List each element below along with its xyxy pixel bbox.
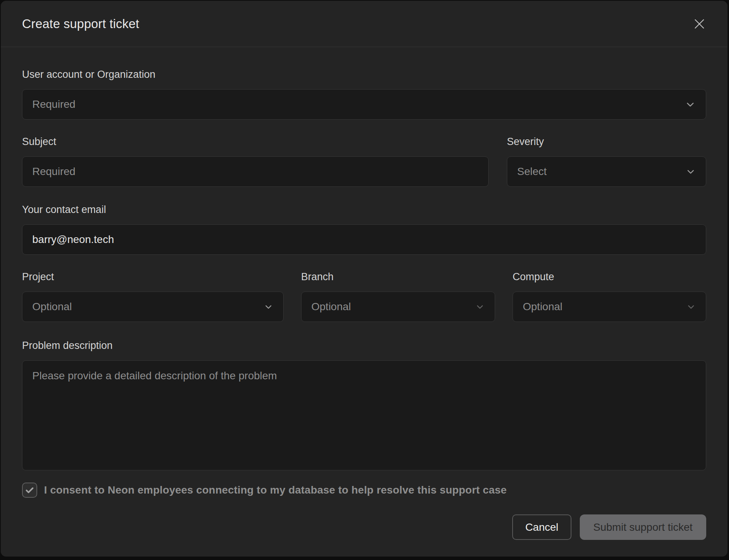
description-field-group: Problem description	[22, 339, 706, 470]
compute-select[interactable]: Optional	[513, 292, 706, 322]
dialog-title: Create support ticket	[22, 17, 139, 31]
subject-input[interactable]	[22, 156, 489, 187]
severity-select[interactable]: Select	[507, 156, 706, 187]
description-label: Problem description	[22, 339, 706, 352]
account-field-group: User account or Organization Required	[22, 68, 706, 120]
consent-row: I consent to Neon employees connecting t…	[22, 483, 706, 498]
compute-label: Compute	[513, 271, 706, 283]
subject-field-group: Subject	[22, 136, 489, 187]
subject-label: Subject	[22, 136, 489, 148]
consent-checkbox[interactable]	[22, 483, 37, 498]
project-label: Project	[22, 271, 284, 283]
create-support-ticket-dialog: Create support ticket User account or Or…	[1, 1, 727, 557]
chevron-down-icon	[685, 166, 696, 177]
close-icon	[692, 17, 707, 31]
branch-field-group: Branch Optional	[301, 271, 495, 322]
dialog-header: Create support ticket	[1, 1, 727, 47]
subject-severity-row: Subject Severity Select	[22, 136, 706, 187]
account-select-placeholder: Required	[32, 98, 76, 110]
project-branch-compute-row: Project Optional Branch Optional	[22, 271, 706, 322]
consent-label: I consent to Neon employees connecting t…	[44, 484, 507, 496]
project-select[interactable]: Optional	[22, 292, 284, 322]
dialog-footer: Cancel Submit support ticket	[22, 514, 706, 557]
severity-field-group: Severity Select	[507, 136, 706, 187]
chevron-down-icon	[686, 302, 696, 312]
compute-select-placeholder: Optional	[523, 301, 562, 313]
cancel-button[interactable]: Cancel	[512, 514, 571, 540]
project-field-group: Project Optional	[22, 271, 284, 322]
submit-support-ticket-button[interactable]: Submit support ticket	[580, 514, 706, 540]
email-input[interactable]	[22, 224, 706, 255]
project-select-placeholder: Optional	[32, 301, 72, 313]
chevron-down-icon	[475, 302, 485, 312]
branch-label: Branch	[301, 271, 495, 283]
dialog-body: User account or Organization Required Su…	[1, 47, 727, 557]
checkmark-icon	[24, 485, 35, 495]
account-select[interactable]: Required	[22, 89, 706, 120]
chevron-down-icon	[685, 99, 696, 110]
severity-select-placeholder: Select	[517, 166, 547, 178]
branch-select-placeholder: Optional	[311, 301, 351, 313]
account-label: User account or Organization	[22, 68, 706, 80]
severity-label: Severity	[507, 136, 706, 148]
close-button[interactable]	[691, 16, 708, 32]
chevron-down-icon	[264, 302, 273, 312]
description-textarea[interactable]	[22, 360, 706, 470]
email-label: Your contact email	[22, 203, 706, 216]
compute-field-group: Compute Optional	[513, 271, 706, 322]
branch-select[interactable]: Optional	[301, 292, 495, 322]
email-field-group: Your contact email	[22, 203, 706, 255]
